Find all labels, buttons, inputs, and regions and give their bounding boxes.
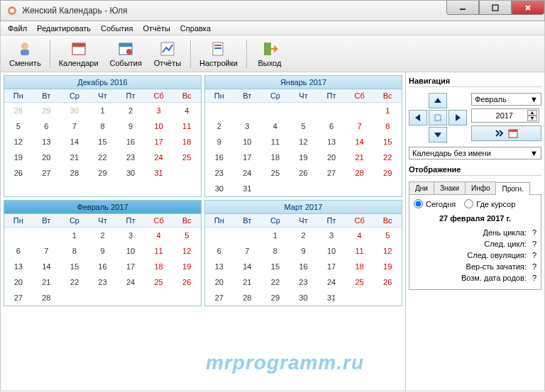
day-cell[interactable]: 23 <box>89 274 117 290</box>
day-cell[interactable]: 20 <box>4 274 33 290</box>
day-cell[interactable]: 25 <box>346 274 374 290</box>
tab-info[interactable]: Инфо <box>465 181 497 194</box>
day-cell[interactable]: 8 <box>261 243 290 259</box>
day-cell[interactable]: 3 <box>233 118 262 134</box>
day-cell[interactable]: 12 <box>290 134 318 150</box>
day-cell[interactable]: 14 <box>60 134 89 150</box>
menu-reports[interactable]: Отчёты <box>138 23 174 34</box>
day-cell[interactable]: 11 <box>145 243 173 259</box>
day-cell[interactable]: 28 <box>60 165 89 181</box>
radio-today-input[interactable] <box>414 199 423 208</box>
radio-today[interactable]: Сегодня <box>414 199 456 208</box>
day-cell[interactable]: 16 <box>116 134 145 150</box>
day-cell[interactable]: 4 <box>145 228 173 243</box>
radio-cursor[interactable]: Где курсор <box>464 199 515 208</box>
day-cell[interactable]: 7 <box>346 118 374 134</box>
day-cell[interactable]: 1 <box>89 103 117 118</box>
day-cell[interactable]: 24 <box>233 165 262 181</box>
nav-right-button[interactable] <box>448 110 467 125</box>
day-cell[interactable]: 22 <box>60 274 89 290</box>
day-cell[interactable]: 25 <box>172 150 201 165</box>
day-cell[interactable]: 28 <box>4 103 33 118</box>
day-cell[interactable]: 29 <box>373 165 402 181</box>
day-cell[interactable]: 21 <box>233 274 262 290</box>
day-cell[interactable]: 21 <box>60 150 89 165</box>
day-cell[interactable]: 26 <box>373 274 402 290</box>
day-cell[interactable]: 27 <box>205 290 233 306</box>
day-cell[interactable]: 7 <box>33 243 61 259</box>
day-cell[interactable]: 21 <box>346 150 374 165</box>
day-cell[interactable]: 28 <box>233 290 262 306</box>
day-cell[interactable]: 12 <box>4 134 33 150</box>
day-cell[interactable]: 13 <box>4 259 33 274</box>
day-cell[interactable]: 6 <box>4 243 33 259</box>
day-cell[interactable]: 16 <box>290 259 318 274</box>
day-cell[interactable]: 1 <box>261 228 290 243</box>
day-cell[interactable]: 4 <box>261 118 290 134</box>
day-cell[interactable]: 12 <box>172 243 201 259</box>
tab-signs[interactable]: Знаки <box>434 181 466 194</box>
day-cell[interactable]: 3 <box>145 103 173 118</box>
day-cell[interactable]: 8 <box>373 118 402 134</box>
day-cell[interactable]: 18 <box>145 259 173 274</box>
day-cell[interactable]: 24 <box>116 274 145 290</box>
day-cell[interactable]: 5 <box>172 228 201 243</box>
year-down-button[interactable]: ▼ <box>527 116 537 121</box>
day-cell[interactable]: 9 <box>116 118 145 134</box>
day-cell[interactable]: 20 <box>317 150 346 165</box>
day-cell[interactable]: 7 <box>60 118 89 134</box>
day-cell[interactable]: 17 <box>145 134 173 150</box>
close-button[interactable] <box>512 1 544 15</box>
menu-events[interactable]: События <box>97 23 137 34</box>
day-cell[interactable]: 30 <box>116 165 145 181</box>
day-cell[interactable]: 5 <box>290 118 318 134</box>
day-cell[interactable]: 1 <box>60 228 89 243</box>
day-cell[interactable]: 27 <box>317 165 346 181</box>
nav-down-button[interactable] <box>429 127 447 142</box>
day-cell[interactable]: 10 <box>233 134 262 150</box>
month-select[interactable]: Февраль ▼ <box>471 93 541 106</box>
day-cell[interactable]: 6 <box>205 243 233 259</box>
day-cell[interactable]: 10 <box>317 243 346 259</box>
day-cell[interactable]: 6 <box>317 118 346 134</box>
day-cell[interactable]: 17 <box>116 259 145 274</box>
day-cell[interactable]: 13 <box>33 134 61 150</box>
day-cell[interactable]: 11 <box>346 243 374 259</box>
year-input[interactable] <box>473 111 516 120</box>
day-cell[interactable]: 26 <box>4 165 33 181</box>
day-cell[interactable]: 24 <box>317 274 346 290</box>
day-cell[interactable]: 9 <box>205 134 233 150</box>
day-cell[interactable]: 16 <box>205 150 233 165</box>
day-cell[interactable]: 17 <box>317 259 346 274</box>
day-cell[interactable]: 26 <box>290 165 318 181</box>
day-cell[interactable]: 16 <box>89 259 117 274</box>
radio-cursor-input[interactable] <box>464 199 473 208</box>
day-cell[interactable]: 31 <box>317 290 346 306</box>
nav-left-button[interactable] <box>409 110 427 125</box>
menu-file[interactable]: Файл <box>4 23 31 34</box>
day-cell[interactable]: 19 <box>172 259 201 274</box>
menu-edit[interactable]: Редактировать <box>33 23 95 34</box>
day-cell[interactable]: 27 <box>33 165 61 181</box>
day-cell[interactable]: 19 <box>4 150 33 165</box>
day-cell[interactable]: 4 <box>346 228 374 243</box>
day-cell[interactable]: 8 <box>60 243 89 259</box>
day-cell[interactable]: 15 <box>89 134 117 150</box>
day-cell[interactable]: 19 <box>290 150 318 165</box>
tool-reports[interactable]: Отчёты <box>148 39 187 69</box>
day-cell[interactable]: 25 <box>261 165 290 181</box>
tool-settings[interactable]: Настройки <box>194 39 243 69</box>
day-cell[interactable]: 22 <box>261 274 290 290</box>
day-cell[interactable]: 24 <box>145 150 173 165</box>
goto-today-button[interactable] <box>471 125 541 141</box>
day-cell[interactable]: 2 <box>89 228 117 243</box>
day-cell[interactable]: 19 <box>373 259 402 274</box>
day-cell[interactable]: 14 <box>233 259 262 274</box>
day-cell[interactable]: 18 <box>261 150 290 165</box>
day-cell[interactable]: 9 <box>89 243 117 259</box>
day-cell[interactable]: 4 <box>172 103 201 118</box>
day-cell[interactable]: 5 <box>373 228 402 243</box>
day-cell[interactable]: 30 <box>205 181 233 196</box>
day-cell[interactable]: 28 <box>346 165 374 181</box>
day-cell[interactable]: 31 <box>233 181 262 196</box>
